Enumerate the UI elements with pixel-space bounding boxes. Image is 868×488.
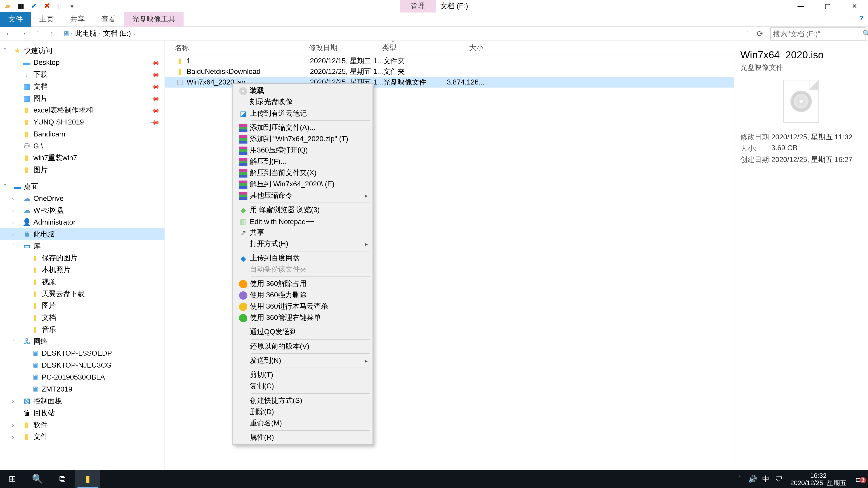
- ctx-youdao[interactable]: ◪上传到有道云笔记: [234, 108, 371, 119]
- expand-icon[interactable]: ˅: [12, 338, 19, 345]
- tree-item[interactable]: 🖥PC-20190530OBLA: [0, 371, 164, 383]
- security-icon[interactable]: 🛡: [772, 475, 785, 483]
- ctx-extract[interactable]: 解压到(F)...: [234, 156, 371, 167]
- ctx-properties[interactable]: 属性(R): [234, 432, 371, 443]
- ctx-360-scan[interactable]: 使用 360进行木马云查杀: [234, 301, 371, 312]
- ctx-delete[interactable]: 删除(D): [234, 406, 371, 418]
- file-row[interactable]: ▮ BaiduNetdiskDownload 2020/12/25, 星期五 1…: [165, 66, 734, 77]
- column-date[interactable]: 修改日期: [309, 43, 382, 53]
- tab-iso-tools[interactable]: 光盘映像工具: [124, 11, 184, 26]
- expand-icon[interactable]: ˅: [12, 243, 19, 250]
- tree-item[interactable]: ▬Desktop📌: [0, 57, 164, 69]
- tree-item[interactable]: ▮图片: [0, 164, 164, 176]
- column-size[interactable]: 大小: [442, 43, 488, 53]
- taskbar-clock[interactable]: 16:32 2020/12/25, 星期五: [785, 472, 851, 486]
- qat-delete-icon[interactable]: ✖: [42, 1, 53, 11]
- expand-icon[interactable]: ˅: [4, 47, 11, 54]
- tree-item[interactable]: 🗑回收站: [0, 407, 164, 419]
- expand-icon[interactable]: ›: [12, 195, 19, 202]
- tree-item-this-pc[interactable]: ›🖥此电脑: [0, 228, 164, 240]
- ctx-baidu[interactable]: ◆上传到百度网盘: [234, 253, 371, 264]
- ime-indicator[interactable]: 中: [759, 474, 772, 484]
- breadcrumb-segment[interactable]: 此电脑: [75, 29, 96, 39]
- nav-forward-button[interactable]: →: [17, 28, 30, 40]
- ctx-cut[interactable]: 剪切(T): [234, 369, 371, 381]
- tree-item[interactable]: ›▮软件: [0, 419, 164, 431]
- ctx-share[interactable]: ↗共享: [234, 227, 371, 238]
- tree-item[interactable]: ▮保存的图片: [0, 252, 164, 264]
- expand-icon[interactable]: ˅: [4, 183, 11, 190]
- tab-view[interactable]: 查看: [93, 11, 124, 26]
- column-name[interactable]: 名称: [175, 43, 309, 53]
- tree-item[interactable]: ▮YUNQISHI2019📌: [0, 116, 164, 128]
- ctx-extract-name[interactable]: 解压到 Win7x64_2020\ (E): [234, 179, 371, 190]
- tree-item[interactable]: ▮Bandicam: [0, 128, 164, 140]
- ctx-other-archive[interactable]: 其他压缩命令▸: [234, 190, 371, 201]
- expand-icon[interactable]: ›: [12, 219, 19, 225]
- notification-button[interactable]: ▭3: [851, 473, 868, 485]
- tree-item[interactable]: ›👤Administrator: [0, 216, 164, 228]
- tree-item[interactable]: ▥文档📌: [0, 80, 164, 92]
- column-type[interactable]: 类型: [382, 43, 442, 53]
- ctx-360-manage[interactable]: 使用 360管理右键菜单: [234, 312, 371, 324]
- qat-newfolder-icon[interactable]: ▥: [55, 1, 66, 11]
- file-row[interactable]: ▮ 1 2020/12/15, 星期二 1... 文件夹: [165, 55, 734, 66]
- tree-item[interactable]: ↓下载📌: [0, 68, 164, 80]
- tree-item[interactable]: ˅▭库: [0, 240, 164, 252]
- search-box[interactable]: 🔍: [770, 27, 866, 40]
- ctx-shortcut[interactable]: 创建快捷方式(S): [234, 395, 371, 406]
- ctx-archive-add[interactable]: 添加到压缩文件(A)...: [234, 122, 371, 133]
- qat-dropdown-icon[interactable]: ▾: [68, 1, 76, 11]
- tree-item[interactable]: ▮音乐: [0, 324, 164, 335]
- expand-icon[interactable]: ›: [12, 433, 19, 440]
- tree-item[interactable]: ▮本机照片: [0, 264, 164, 276]
- nav-recent-button[interactable]: ˅: [31, 28, 44, 40]
- tab-home[interactable]: 主页: [31, 11, 62, 26]
- tree-item[interactable]: ⛁G:\: [0, 140, 164, 152]
- taskbar-explorer[interactable]: ▮: [75, 470, 100, 488]
- address-bar[interactable]: 🖥 › 此电脑 › 文档 (E:) ›: [60, 27, 739, 40]
- tree-desktop-root[interactable]: ˅▬桌面: [0, 181, 164, 193]
- ctx-notepad[interactable]: ▥Edit with Notepad++: [234, 216, 371, 227]
- tree-item[interactable]: ▥图片📌: [0, 92, 164, 104]
- expand-icon[interactable]: ›: [12, 231, 19, 237]
- expand-icon[interactable]: ›: [12, 422, 19, 428]
- start-button[interactable]: ⊞: [0, 470, 25, 488]
- tree-item[interactable]: ›☁OneDrive: [0, 193, 164, 204]
- tree-item[interactable]: 🖥ZMT2019: [0, 383, 164, 395]
- ctx-hbrowser[interactable]: ◆用 蜂蜜浏览器 浏览(3): [234, 204, 371, 216]
- maximize-button[interactable]: ▢: [814, 0, 841, 12]
- tree-item[interactable]: ›▮文件: [0, 431, 164, 443]
- tree-item[interactable]: ▮天翼云盘下载: [0, 288, 164, 300]
- close-button[interactable]: ✕: [841, 0, 868, 12]
- chevron-right-icon[interactable]: ›: [99, 31, 101, 37]
- qat-item[interactable]: ▥: [16, 1, 26, 11]
- ctx-restore[interactable]: 还原以前的版本(V): [234, 341, 371, 352]
- nav-up-button[interactable]: ↑: [45, 28, 58, 40]
- ctx-send-to[interactable]: 发送到(N)▸: [234, 355, 371, 366]
- expand-icon[interactable]: ›: [12, 398, 19, 404]
- tray-overflow-icon[interactable]: ˄: [733, 475, 746, 483]
- ctx-archive-open[interactable]: 用360压缩打开(Q): [234, 145, 371, 156]
- tree-quick-access[interactable]: ˅★快速访问: [0, 45, 164, 57]
- help-button[interactable]: ?: [855, 12, 868, 24]
- task-view-button[interactable]: ⧉: [50, 470, 75, 488]
- tab-file[interactable]: 文件: [0, 11, 31, 26]
- search-icon[interactable]: 🔍: [863, 30, 868, 37]
- qat-properties-icon[interactable]: ✔: [29, 1, 39, 11]
- ctx-extract-here[interactable]: 解压到当前文件夹(X): [234, 167, 371, 179]
- address-history-dropdown[interactable]: ˅: [743, 30, 752, 37]
- tree-item[interactable]: ▮win7重装win7: [0, 152, 164, 164]
- ctx-burn[interactable]: 刻录光盘映像: [234, 96, 371, 108]
- tree-item[interactable]: ▮文档: [0, 312, 164, 324]
- tree-item[interactable]: ▮视频: [0, 276, 164, 288]
- nav-back-button[interactable]: ←: [2, 28, 16, 40]
- ctx-open-with[interactable]: 打开方式(H)▸: [234, 238, 371, 250]
- search-input[interactable]: [773, 30, 863, 38]
- tree-item[interactable]: ›☁WPS网盘: [0, 204, 164, 216]
- ctx-360-unlock[interactable]: 使用 360解除占用: [234, 278, 371, 289]
- chevron-right-icon[interactable]: ›: [71, 31, 73, 37]
- ctx-360-delete[interactable]: 使用 360强力删除: [234, 290, 371, 301]
- tree-item[interactable]: ▮excel表格制作求和📌: [0, 104, 164, 116]
- minimize-button[interactable]: —: [787, 0, 814, 12]
